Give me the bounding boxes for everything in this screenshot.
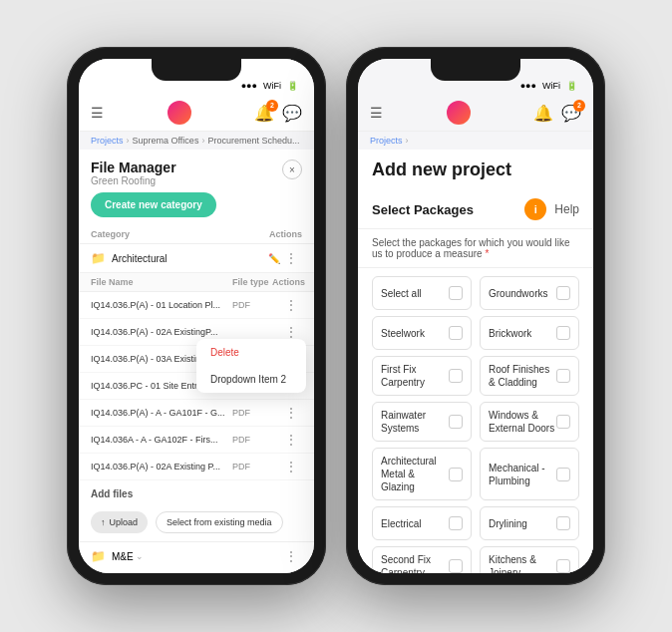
file-type: PDF bbox=[232, 435, 272, 445]
package-mechanical-plumbing[interactable]: Mechanical - Plumbing bbox=[480, 448, 579, 500]
wifi-icon-2: WiFi bbox=[542, 81, 560, 91]
wifi-icon: WiFi bbox=[263, 81, 281, 91]
package-row: Second Fix Carpentry Kitchens & Joinery bbox=[372, 546, 579, 573]
file-name: IQ14.036.P(A) - 02A Existing P... bbox=[91, 462, 232, 472]
package-brickwork[interactable]: Brickwork bbox=[480, 316, 579, 350]
bell-container[interactable]: 🔔 2 bbox=[254, 104, 274, 123]
file-dots-button[interactable]: ⋮ bbox=[272, 432, 302, 448]
checkbox-first-fix-carpentry[interactable] bbox=[449, 369, 463, 383]
breadcrumb-1: Projects › Suprema Offices › Procurement… bbox=[79, 132, 314, 150]
file-row: IQ14.036.P(A) - 02A Existing P... PDF ⋮ bbox=[79, 454, 314, 480]
battery-icon: 🔋 bbox=[287, 81, 298, 91]
package-row: Select all Groundworks bbox=[372, 276, 579, 310]
package-row: Steelwork Brickwork bbox=[372, 316, 579, 350]
package-row: Electrical Drylining bbox=[372, 506, 579, 540]
page-title: Add new project bbox=[372, 159, 579, 180]
project-header: Add new project bbox=[358, 150, 593, 190]
create-category-button[interactable]: Create new category bbox=[91, 192, 216, 217]
battery-icon-2: 🔋 bbox=[566, 81, 577, 91]
package-first-fix-carpentry[interactable]: First Fix Carpentry bbox=[372, 356, 472, 396]
breadcrumb-projects[interactable]: Projects bbox=[91, 136, 124, 146]
checkbox-second-fix-carpentry[interactable] bbox=[449, 559, 463, 573]
hamburger-icon-2[interactable]: ☰ bbox=[370, 105, 383, 121]
filename-col-header: File Name bbox=[91, 277, 232, 287]
package-windows-external-doors[interactable]: Windows & External Doors bbox=[480, 402, 579, 442]
category-col-header: Category bbox=[91, 229, 130, 239]
package-kitchens-joinery[interactable]: Kitchens & Joinery bbox=[480, 546, 579, 573]
package-drylining[interactable]: Drylining bbox=[480, 506, 579, 540]
checkbox-brickwork[interactable] bbox=[556, 326, 570, 340]
footer-dots-button[interactable]: ⋮ bbox=[280, 548, 302, 564]
package-second-fix-carpentry[interactable]: Second Fix Carpentry bbox=[372, 546, 472, 573]
instruction-text: Select the packages for which you would … bbox=[358, 229, 593, 268]
delete-item[interactable]: Delete bbox=[196, 339, 306, 366]
category-name: Architectural bbox=[112, 253, 264, 264]
footer-chevron-icon: ⌄ bbox=[136, 551, 144, 561]
category-dots-button[interactable]: ⋮ bbox=[280, 250, 302, 266]
checkbox-drylining[interactable] bbox=[556, 516, 570, 530]
top-nav-2: ☰ 🔔 💬 2 bbox=[358, 95, 593, 132]
checkbox-mechanical-plumbing[interactable] bbox=[556, 468, 570, 481]
chat-icon: 💬 bbox=[282, 104, 302, 123]
file-actions-col-header: Actions bbox=[272, 277, 302, 287]
file-row: IQ14.036.P(A) - 01 Location Pl... PDF ⋮ bbox=[79, 292, 314, 319]
chat-container-2[interactable]: 💬 2 bbox=[561, 104, 581, 123]
edit-icon[interactable]: ✏️ bbox=[268, 253, 280, 264]
modal-header: File Manager Green Roofing × bbox=[79, 150, 314, 192]
file-type: PDF bbox=[232, 300, 272, 310]
logo-1 bbox=[168, 101, 191, 125]
category-row: 📁 Architectural ✏️ ⋮ bbox=[79, 244, 314, 273]
chat-container[interactable]: 💬 bbox=[282, 104, 302, 123]
select-media-button[interactable]: Select from existing media bbox=[156, 511, 283, 533]
checkbox-select-all[interactable] bbox=[449, 286, 463, 300]
breadcrumb-2: Projects › bbox=[358, 132, 593, 150]
checkbox-windows-external-doors[interactable] bbox=[556, 415, 570, 429]
phone-2: ●●● WiFi 🔋 ☰ 🔔 💬 2 bbox=[346, 47, 605, 585]
file-type: PDF bbox=[232, 462, 272, 472]
breadcrumb-projects-2[interactable]: Projects bbox=[370, 136, 403, 146]
checkbox-steelwork[interactable] bbox=[449, 326, 463, 340]
file-name: IQ14.036.P(A) - 02A ExistingP... bbox=[91, 327, 232, 337]
modal-subtitle: Green Roofing bbox=[91, 175, 176, 186]
notch-2 bbox=[431, 59, 520, 81]
package-architectural-metal-glazing[interactable]: Architectural Metal & Glazing bbox=[372, 448, 472, 500]
checkbox-architectural-metal-glazing[interactable] bbox=[449, 468, 463, 481]
checkbox-roof-finishes[interactable] bbox=[556, 369, 570, 383]
checkbox-rainwater-systems[interactable] bbox=[449, 415, 463, 429]
file-dots-button[interactable]: ⋮ bbox=[272, 297, 302, 313]
checkbox-groundworks[interactable] bbox=[556, 286, 570, 300]
file-row: IQ14.036.P(A) - 02A ExistingP... ⋮ Delet… bbox=[79, 319, 314, 346]
phone-1: ●●● WiFi 🔋 ☰ 🔔 2 💬 bbox=[67, 47, 326, 585]
project-content: Add new project Select Packages i Help S… bbox=[358, 150, 593, 573]
filetype-col-header: File type bbox=[232, 277, 272, 287]
checkbox-electrical[interactable] bbox=[449, 516, 463, 530]
package-select-all[interactable]: Select all bbox=[372, 276, 472, 310]
file-name: IQ14.036A - A - GA102F - Firs... bbox=[91, 435, 232, 445]
file-type: PDF bbox=[232, 408, 272, 418]
folder-icon: 📁 bbox=[91, 251, 106, 265]
file-dots-button[interactable]: ⋮ bbox=[272, 324, 302, 340]
package-groundworks[interactable]: Groundworks bbox=[480, 276, 579, 310]
package-rainwater-systems[interactable]: Rainwater Systems bbox=[372, 402, 472, 442]
category-table-header: Category Actions bbox=[79, 225, 314, 244]
notch-1 bbox=[152, 59, 241, 81]
file-name: IQ14.036.P(A) - A - GA101F - G... bbox=[91, 408, 232, 418]
signal-icon-2: ●●● bbox=[520, 81, 536, 91]
package-roof-finishes[interactable]: Roof Finishes & Cladding bbox=[480, 356, 579, 396]
hamburger-icon[interactable]: ☰ bbox=[91, 105, 104, 121]
file-table-header: File Name File type Actions bbox=[79, 273, 314, 292]
dropdown-item-2[interactable]: Dropdown Item 2 bbox=[196, 366, 306, 393]
package-electrical[interactable]: Electrical bbox=[372, 506, 472, 540]
upload-button[interactable]: ↑ Upload bbox=[91, 511, 148, 533]
checkbox-kitchens-joinery[interactable] bbox=[556, 559, 570, 573]
actions-col-header: Actions bbox=[269, 229, 302, 239]
file-manager-content: File Manager Green Roofing × Create new … bbox=[79, 150, 314, 573]
info-button[interactable]: i bbox=[524, 198, 546, 220]
bell-container-2[interactable]: 🔔 bbox=[533, 104, 553, 123]
required-marker: * bbox=[483, 248, 490, 259]
bell-icon-2: 🔔 bbox=[533, 104, 553, 123]
close-button[interactable]: × bbox=[282, 159, 302, 179]
file-dots-button[interactable]: ⋮ bbox=[272, 405, 302, 421]
file-dots-button[interactable]: ⋮ bbox=[272, 459, 302, 474]
package-steelwork[interactable]: Steelwork bbox=[372, 316, 472, 350]
